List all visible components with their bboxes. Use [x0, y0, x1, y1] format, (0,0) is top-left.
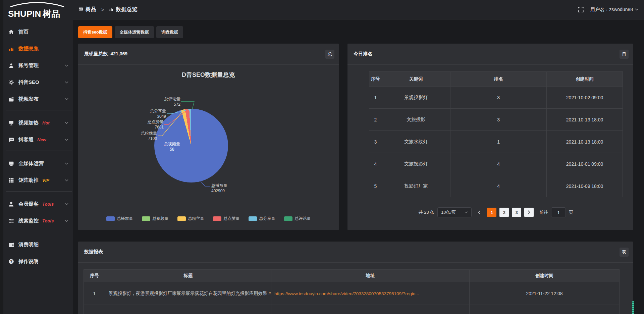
sidebar-item-label: 线索监控 — [18, 218, 39, 224]
hot-badge: Hot — [42, 120, 50, 125]
created-time-cell: 2021-11-22 12:08 — [469, 282, 619, 305]
sidebar-item-label: 操作说明 — [18, 258, 39, 265]
sidebar: SHUPIN树品 首页 数据总览 账号管理 抖音SEO — [0, 0, 73, 314]
sidebar-item-label: 视频加热 — [18, 120, 39, 126]
username-label: 用户名：zswodun88 — [590, 7, 633, 13]
next-page-button[interactable] — [524, 208, 534, 217]
tab-douyin-seo-data[interactable]: 抖音seo数据 — [78, 26, 112, 38]
total-view-button[interactable]: 总 — [325, 50, 334, 59]
sliders-icon — [8, 218, 14, 224]
chevron-down-icon — [65, 203, 68, 205]
sidebar-item-media-operation[interactable]: 全媒体运营 — [0, 155, 73, 172]
ranking-title: 今日排名 — [354, 51, 372, 57]
user-menu[interactable]: 用户名：zswodun88 — [590, 7, 639, 13]
sidebar-item-label: 会员爆客 — [18, 201, 39, 207]
sidebar-divider — [6, 191, 72, 192]
table-view-button[interactable]: 表 — [620, 248, 629, 257]
sidebar-item-label: 抖音SEO — [18, 79, 39, 86]
legend-item[interactable]: 总粉丝量 — [177, 216, 204, 221]
prev-page-button[interactable] — [475, 208, 484, 217]
bar-chart-icon — [109, 7, 113, 13]
page-button-2[interactable]: 2 — [499, 208, 509, 217]
gear-icon — [8, 80, 14, 85]
chart-title: D音SEO数据量总览 — [78, 71, 339, 79]
col-index: 序号 — [369, 72, 382, 87]
vip-badge: VIP — [42, 178, 49, 183]
tab-inquiry-data[interactable]: 询盘数据 — [156, 26, 183, 38]
breadcrumb: 树品 > 数据总览 — [78, 6, 137, 13]
daily-view-button[interactable]: 日 — [620, 50, 629, 59]
member-icon — [8, 201, 14, 207]
sidebar-item-matrix-boost[interactable]: 矩阵助推 VIP — [0, 172, 73, 189]
home-icon — [8, 29, 14, 35]
page-button-1[interactable]: 1 — [487, 208, 496, 217]
goto-page-input[interactable]: 1 — [551, 207, 566, 217]
sidebar-menu: 首页 数据总览 账号管理 抖音SEO 视频发布 — [0, 23, 73, 270]
video-title-cell: 景观投影灯，夜游景观投影灯厂家展示展示落花灯在花园里的灯光投影应用效果 # — [105, 282, 271, 305]
sidebar-item-label: 账号管理 — [18, 62, 39, 69]
sidebar-item-data-overview[interactable]: 数据总览 — [0, 40, 73, 57]
sidebar-item-consumption[interactable]: 消费明细 — [0, 236, 73, 253]
svg-text:?: ? — [10, 259, 12, 263]
pie-label-shares: 总分享量3049 — [150, 108, 166, 119]
sidebar-item-video-publish[interactable]: 视频发布 — [0, 91, 73, 107]
col-index: 序号 — [84, 270, 105, 282]
col-created: 创建时间 — [547, 72, 623, 87]
table-row: 1景观投影灯32021-10-02 09:00 — [369, 87, 623, 109]
sidebar-item-account[interactable]: 账号管理 — [0, 57, 73, 74]
sidebar-item-member-blast[interactable]: 会员爆客 Tools — [0, 196, 73, 212]
fullscreen-icon[interactable] — [578, 7, 584, 12]
page-size-select[interactable]: 10条/页 — [437, 207, 472, 217]
pagination-total: 共 23 条 — [419, 209, 435, 215]
wallet-icon — [8, 242, 14, 248]
sidebar-item-douyin-seo[interactable]: 抖音SEO — [0, 74, 73, 91]
report-panel: 数据报表 表 序号 标题 地址 创建时间 — [78, 242, 633, 314]
legend-item[interactable]: 总视频量 — [142, 216, 169, 221]
page-button-3[interactable]: 3 — [512, 208, 521, 217]
sidebar-item-home[interactable]: 首页 — [0, 23, 73, 40]
sidebar-item-label: 抖客通 — [18, 137, 34, 143]
table-row: 2文旅投影32021-10-13 18:00 — [369, 109, 623, 131]
report-title: 数据报表 — [84, 249, 103, 255]
grid-icon — [8, 177, 14, 183]
col-url: 地址 — [271, 270, 469, 282]
breadcrumb-current: 数据总览 — [116, 6, 137, 13]
topbar-right: 用户名：zswodun88 — [578, 7, 639, 13]
sidebar-item-label: 消费明细 — [18, 242, 39, 248]
sidebar-divider — [6, 110, 72, 110]
chevron-down-icon — [65, 64, 68, 67]
page-unit-label: 页 — [569, 209, 573, 215]
sidebar-item-label: 数据总览 — [18, 46, 39, 52]
scrollbar-thumb[interactable] — [632, 301, 634, 314]
legend-item[interactable]: 总点赞量 — [213, 216, 240, 221]
content: 抖音seo数据 全媒体运营数据 询盘数据 展现量总数: 421,369 总 D音… — [73, 19, 644, 314]
legend-item[interactable]: 总评论量 — [284, 216, 311, 221]
sidebar-item-lead-monitor[interactable]: 线索监控 Tools — [0, 212, 73, 229]
pie-chart: D音SEO数据量总览 总评论量572 — [78, 65, 339, 230]
video-link[interactable]: https://www.iesdouyin.com/share/video/70… — [274, 291, 419, 296]
sidebar-item-help[interactable]: ? 操作说明 — [0, 253, 73, 270]
tab-bar: 抖音seo数据 全媒体运营数据 询盘数据 — [78, 26, 633, 38]
chevron-down-icon — [65, 179, 68, 181]
chevron-down-icon — [65, 162, 68, 165]
tab-media-operation-data[interactable]: 全媒体运营数据 — [115, 26, 154, 38]
legend-item[interactable]: 总播放量 — [106, 216, 133, 221]
chevron-down-icon — [65, 98, 68, 100]
sidebar-divider — [6, 232, 72, 232]
report-panel-header: 数据报表 表 — [78, 242, 633, 263]
col-rank: 排名 — [450, 72, 546, 87]
table-row: 1 景观投影灯，夜游景观投影灯厂家展示展示落花灯在花园里的灯光投影应用效果 # … — [84, 282, 620, 305]
sidebar-item-label: 全媒体运营 — [18, 160, 44, 167]
tools-badge: Tools — [42, 202, 54, 207]
new-badge: New — [37, 137, 46, 142]
logo: SHUPIN树品 — [0, 0, 73, 21]
sidebar-item-doketong[interactable]: 抖客通 New — [0, 131, 73, 148]
pie-label-fans: 总粉丝量7100 — [141, 130, 157, 141]
overview-panel: 展现量总数: 421,369 总 D音SEO数据量总览 — [78, 44, 339, 230]
chevron-down-icon — [465, 211, 468, 213]
legend-item[interactable]: 总分享量 — [249, 216, 275, 221]
sidebar-item-video-heat[interactable]: 视频加热 Hot — [0, 114, 73, 131]
sidebar-divider — [6, 151, 72, 151]
clapperboard-icon — [8, 96, 14, 102]
breadcrumb-root[interactable]: 树品 — [86, 6, 96, 13]
